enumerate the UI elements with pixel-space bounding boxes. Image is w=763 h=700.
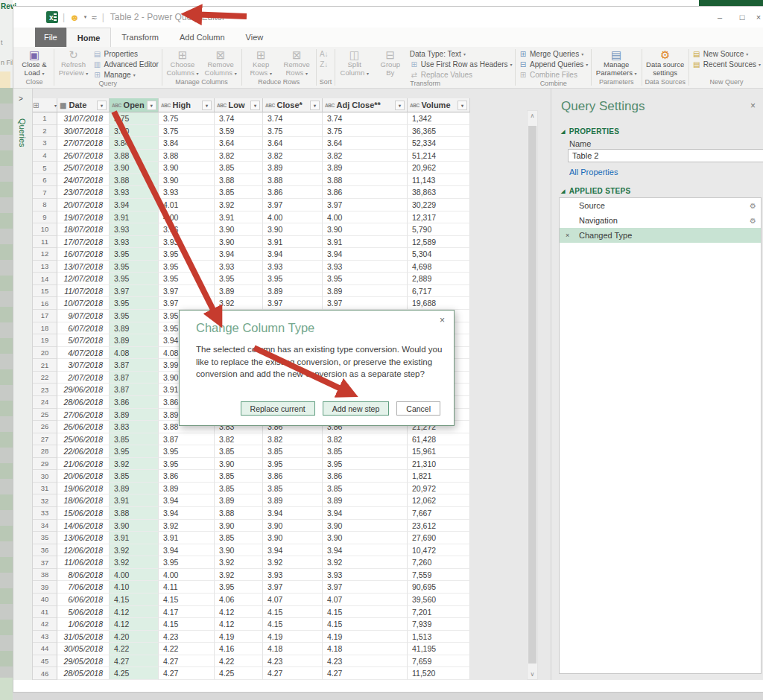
merge-queries-button[interactable]: ⊞Merge Queries▾ [519,49,588,59]
cell[interactable]: 17/07/2018 [57,236,110,249]
cell[interactable]: 19/07/2018 [57,211,110,224]
remove-step-icon[interactable]: × [566,232,569,239]
query-name-input[interactable] [568,149,763,162]
cell[interactable]: 3.86 [323,186,408,199]
row-number[interactable]: 3 [33,137,57,150]
cell[interactable]: 3.85 [110,470,159,483]
row-number[interactable]: 21 [33,359,57,372]
cell[interactable]: 5,304 [408,248,470,261]
cell[interactable]: 11,143 [408,174,470,187]
cell[interactable]: 39,560 [408,594,470,606]
cell[interactable]: 4.12 [215,618,263,631]
cell[interactable]: 3.89 [110,483,159,495]
step-settings-gear-icon[interactable]: ⚙ [750,202,756,210]
cell[interactable]: 3.85 [323,445,408,458]
cell[interactable]: 3.88 [323,174,408,187]
cell[interactable]: 3.90 [263,520,323,532]
cell[interactable]: 3.95 [323,273,408,285]
cell[interactable]: 3.84 [159,137,215,150]
cell[interactable]: 3.91 [323,236,408,249]
cell[interactable]: 3.93 [263,569,323,582]
cell[interactable]: 3.92 [110,544,159,557]
all-properties-link[interactable]: All Properties [569,168,618,176]
row-number[interactable]: 35 [33,532,57,544]
cell[interactable]: 24/07/2018 [57,174,110,187]
row-number[interactable]: 24 [33,396,57,409]
cell[interactable]: 3.95 [159,458,215,471]
cell[interactable]: 3.85 [215,532,263,544]
cell[interactable]: 3.94 [215,248,263,261]
tab-transform[interactable]: Transform [111,28,169,47]
table-menu-caret-icon[interactable]: ▾ [54,101,57,109]
cell[interactable]: 7,559 [408,569,470,582]
cell[interactable]: 27,690 [408,532,470,544]
cell[interactable]: 3/07/2018 [57,359,110,372]
cell[interactable]: 4.15 [263,618,323,631]
cell[interactable]: 4.15 [159,618,215,631]
cell[interactable]: 3.93 [110,236,159,249]
cell[interactable]: 2,889 [408,273,470,285]
cell[interactable]: 3.90 [110,520,159,532]
scrollbar-thumb[interactable] [528,126,536,664]
cell[interactable]: 3.92 [110,556,159,569]
cell[interactable]: 3.94 [159,494,215,507]
tab-file[interactable]: File [35,28,66,47]
filter-caret-icon[interactable]: ▾ [202,101,212,110]
cell[interactable]: 3.97 [263,199,323,211]
row-number[interactable]: 15 [33,285,57,298]
cell[interactable]: 12/07/2018 [57,273,110,285]
cell[interactable]: 4.27 [159,655,215,668]
cell[interactable]: 23/07/2018 [57,186,110,199]
cell[interactable]: 3.85 [323,483,408,495]
cell[interactable]: 4.00 [159,569,215,582]
cell[interactable]: 4.20 [110,631,159,643]
cell[interactable]: 1,821 [408,470,470,483]
cell[interactable]: 7,659 [408,655,470,668]
cell[interactable]: 10/07/2018 [57,297,110,310]
cell[interactable]: 4.18 [323,643,408,655]
cell[interactable]: 3.92 [323,556,408,569]
row-number[interactable]: 23 [33,384,57,396]
cell[interactable]: 5/07/2018 [57,334,110,347]
cell[interactable]: 3.95 [110,273,159,285]
cell[interactable]: 4.17 [159,606,215,619]
cell[interactable]: 3.95 [110,310,159,322]
cell[interactable]: 3.90 [215,223,263,236]
cell[interactable]: 21/06/2018 [57,458,110,471]
cell[interactable]: 3.86 [263,186,323,199]
cell[interactable]: 3.89 [323,162,408,174]
cell[interactable]: 3.97 [110,285,159,298]
column-header-adj-close[interactable]: ABCAdj Close**▾ [323,98,408,112]
cell[interactable]: 3.90 [159,174,215,187]
cell[interactable]: 3.89 [159,483,215,495]
tab-add-column[interactable]: Add Column [169,28,235,47]
cell[interactable]: 3.94 [263,507,323,520]
cell[interactable]: 10,472 [408,544,470,557]
cell[interactable]: 3.95 [263,273,323,285]
cell[interactable]: 4.12 [110,606,159,619]
cell[interactable]: 4.01 [159,199,215,211]
cell[interactable]: 2/07/2018 [57,372,110,384]
cell[interactable]: 3.85 [215,483,263,495]
cell[interactable]: 6/06/2018 [57,594,110,606]
row-number[interactable]: 19 [33,334,57,347]
cell[interactable]: 4.00 [110,569,159,582]
row-number[interactable]: 39 [33,581,57,594]
cell[interactable]: 4.23 [323,655,408,668]
cell[interactable]: 3.95 [159,273,215,285]
cell[interactable]: 3.95 [159,556,215,569]
cell[interactable]: 3.88 [263,174,323,187]
quick-access-toolbar-icon[interactable]: ≂ [91,13,97,22]
cell[interactable]: 18/07/2018 [57,223,110,236]
cell[interactable]: 4.19 [215,631,263,643]
row-number[interactable]: 32 [33,494,57,507]
cell[interactable]: 1/06/2018 [57,618,110,631]
row-number[interactable]: 6 [33,174,57,187]
cell[interactable]: 51,214 [408,150,470,162]
column-header-date[interactable]: ▦Date▾ [57,98,110,112]
step-navigation[interactable]: Navigation⚙ [560,213,761,228]
cell[interactable]: 6,717 [408,285,470,298]
manage-button[interactable]: ⊞Manage▾ [93,70,159,80]
cell[interactable]: 3.90 [263,532,323,544]
recent-sources-button[interactable]: ▤Recent Sources▾ [692,60,761,69]
